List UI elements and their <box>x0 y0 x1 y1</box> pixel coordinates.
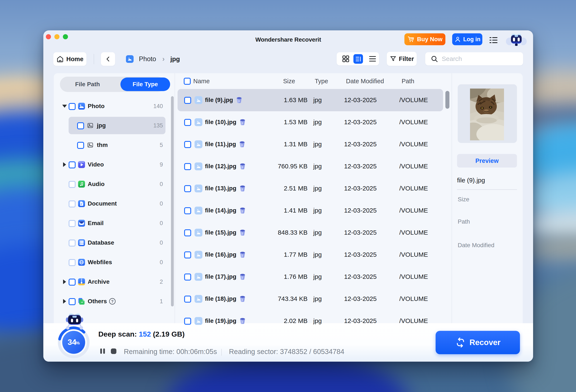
svg-text:%: % <box>76 340 80 345</box>
svg-text:34: 34 <box>68 338 76 347</box>
svg-text:?: ? <box>111 299 114 304</box>
